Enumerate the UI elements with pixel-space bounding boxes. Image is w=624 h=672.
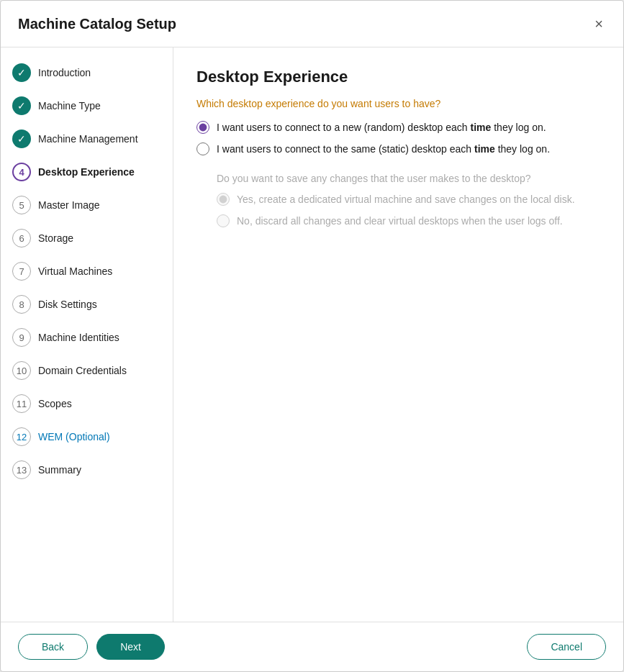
option-save-yes-radio [217,193,230,206]
sidebar-label-7: Virtual Machines [38,265,112,277]
sidebar-label-6: Storage [38,232,73,244]
sidebar: ✓Introduction✓Machine Type✓Machine Manag… [1,47,173,622]
sidebar-item-virtual-machines[interactable]: 7Virtual Machines [1,255,173,288]
step-indicator-1: ✓ [12,63,31,82]
step-indicator-11: 11 [12,394,31,413]
dialog-title: Machine Catalog Setup [18,16,176,32]
desktop-experience-options: I want users to connect to a new (random… [196,121,600,155]
step-indicator-6: 6 [12,229,31,248]
option-save-no: No, discard all changes and clear virtua… [217,214,600,227]
sidebar-item-machine-identities[interactable]: 9Machine Identities [1,321,173,354]
option-random[interactable]: I want users to connect to a new (random… [196,121,600,134]
sidebar-label-12: WEM (Optional) [38,431,110,442]
option-random-radio[interactable] [196,121,209,134]
step-indicator-2: ✓ [12,96,31,115]
option-save-yes-label: Yes, create a dedicated virtual machine … [237,194,575,205]
sub-section: Do you want to save any changes that the… [217,173,600,227]
sidebar-label-5: Master Image [38,199,100,211]
step-indicator-3: ✓ [12,130,31,148]
step-indicator-12: 12 [12,427,31,446]
step-indicator-8: 8 [12,295,31,314]
option-static-label: I want users to connect to the same (sta… [217,143,550,155]
sidebar-label-8: Disk Settings [38,299,97,310]
sidebar-item-scopes[interactable]: 11Scopes [1,387,173,420]
dialog-header: Machine Catalog Setup × [1,1,623,47]
dialog-footer: Back Next Cancel [1,622,623,671]
option-save-yes: Yes, create a dedicated virtual machine … [217,193,600,206]
option-random-label: I want users to connect to a new (random… [217,122,546,133]
sidebar-label-4: Desktop Experience [38,166,135,178]
step-indicator-10: 10 [12,361,31,380]
sub-question: Do you want to save any changes that the… [217,173,600,184]
sidebar-item-desktop-experience[interactable]: 4Desktop Experience [1,155,173,189]
option-save-no-label: No, discard all changes and clear virtua… [237,215,563,227]
save-changes-options: Yes, create a dedicated virtual machine … [217,193,600,227]
back-button[interactable]: Back [18,634,88,660]
sidebar-item-wem-optional[interactable]: 12WEM (Optional) [1,420,173,453]
option-static[interactable]: I want users to connect to the same (sta… [196,142,600,155]
machine-catalog-dialog: Machine Catalog Setup × ✓Introduction✓Ma… [0,0,624,672]
sidebar-label-2: Machine Type [38,100,101,112]
next-button[interactable]: Next [96,634,165,660]
cancel-button[interactable]: Cancel [527,634,606,660]
sidebar-item-machine-management[interactable]: ✓Machine Management [1,122,173,155]
dialog-body: ✓Introduction✓Machine Type✓Machine Manag… [1,47,623,622]
step-indicator-9: 9 [12,328,31,347]
sidebar-label-10: Domain Credentials [38,365,127,376]
step-indicator-7: 7 [12,262,31,281]
sidebar-item-machine-type[interactable]: ✓Machine Type [1,89,173,122]
sidebar-label-13: Summary [38,464,81,476]
step-indicator-4: 4 [12,163,31,181]
sidebar-label-3: Machine Management [38,133,138,145]
option-save-no-radio [217,214,230,227]
option-static-radio[interactable] [196,142,209,155]
sidebar-item-master-image[interactable]: 5Master Image [1,189,173,222]
step-indicator-13: 13 [12,460,31,479]
sidebar-item-domain-credentials[interactable]: 10Domain Credentials [1,354,173,387]
sidebar-label-1: Introduction [38,67,91,78]
sidebar-item-summary[interactable]: 13Summary [1,453,173,486]
footer-left: Back Next [18,634,165,660]
sidebar-item-disk-settings[interactable]: 8Disk Settings [1,288,173,321]
close-button[interactable]: × [592,14,606,34]
section-title: Desktop Experience [196,68,600,86]
sidebar-item-introduction[interactable]: ✓Introduction [1,56,173,89]
main-question: Which desktop experience do you want use… [196,98,600,109]
step-indicator-5: 5 [12,196,31,214]
sidebar-label-9: Machine Identities [38,332,119,343]
sidebar-item-storage[interactable]: 6Storage [1,222,173,255]
sidebar-label-11: Scopes [38,398,72,409]
main-content: Desktop Experience Which desktop experie… [173,47,623,622]
